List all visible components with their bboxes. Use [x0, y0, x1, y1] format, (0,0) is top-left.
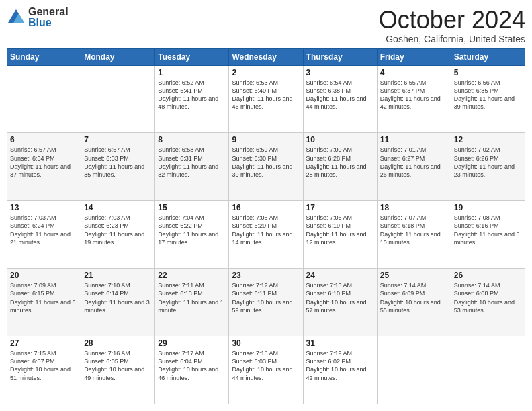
- cell-2-0: 13Sunrise: 7:03 AM Sunset: 6:24 PM Dayli…: [7, 201, 81, 269]
- week-row-2: 6Sunrise: 6:57 AM Sunset: 6:34 PM Daylig…: [7, 133, 525, 201]
- cell-0-4: 3Sunrise: 6:54 AM Sunset: 6:38 PM Daylig…: [303, 65, 377, 133]
- cell-2-2: 15Sunrise: 7:04 AM Sunset: 6:22 PM Dayli…: [155, 201, 229, 269]
- day-number: 4: [380, 68, 448, 77]
- cell-4-2: 29Sunrise: 7:17 AM Sunset: 6:04 PM Dayli…: [155, 336, 229, 404]
- day-number: 28: [84, 338, 152, 348]
- cell-0-3: 2Sunrise: 6:53 AM Sunset: 6:40 PM Daylig…: [229, 65, 303, 133]
- day-number: 21: [84, 271, 152, 280]
- day-number: 23: [232, 271, 300, 280]
- cell-content: Sunrise: 6:57 AM Sunset: 6:34 PM Dayligh…: [10, 146, 78, 179]
- cell-content: Sunrise: 6:53 AM Sunset: 6:40 PM Dayligh…: [232, 79, 300, 111]
- day-number: 9: [232, 135, 300, 144]
- day-number: 13: [10, 203, 78, 212]
- day-number: 20: [10, 271, 78, 280]
- day-number: 31: [306, 338, 374, 348]
- cell-content: Sunrise: 7:01 AM Sunset: 6:27 PM Dayligh…: [380, 146, 448, 179]
- cell-4-0: 27Sunrise: 7:15 AM Sunset: 6:07 PM Dayli…: [7, 336, 81, 404]
- cell-2-5: 18Sunrise: 7:07 AM Sunset: 6:18 PM Dayli…: [377, 201, 451, 269]
- cell-1-5: 11Sunrise: 7:01 AM Sunset: 6:27 PM Dayli…: [377, 133, 451, 201]
- cell-content: Sunrise: 7:00 AM Sunset: 6:28 PM Dayligh…: [306, 146, 374, 179]
- cell-content: Sunrise: 7:03 AM Sunset: 6:24 PM Dayligh…: [10, 214, 78, 246]
- cell-content: Sunrise: 7:17 AM Sunset: 6:04 PM Dayligh…: [158, 349, 226, 382]
- calendar-header-row: Sunday Monday Tuesday Wednesday Thursday…: [7, 48, 525, 65]
- col-sunday: Sunday: [7, 48, 81, 65]
- cell-content: Sunrise: 7:12 AM Sunset: 6:11 PM Dayligh…: [232, 281, 300, 314]
- cell-1-4: 10Sunrise: 7:00 AM Sunset: 6:28 PM Dayli…: [303, 133, 377, 201]
- cell-1-2: 8Sunrise: 6:58 AM Sunset: 6:31 PM Daylig…: [155, 133, 229, 201]
- day-number: 3: [306, 68, 374, 77]
- cell-content: Sunrise: 7:05 AM Sunset: 6:20 PM Dayligh…: [232, 214, 300, 246]
- day-number: 11: [380, 135, 448, 144]
- calendar-page: General Blue October 2024 Goshen, Califo…: [0, 0, 532, 411]
- col-tuesday: Tuesday: [155, 48, 229, 65]
- day-number: 15: [158, 203, 226, 212]
- calendar-table: Sunday Monday Tuesday Wednesday Thursday…: [7, 48, 525, 404]
- cell-2-6: 19Sunrise: 7:08 AM Sunset: 6:16 PM Dayli…: [451, 201, 525, 269]
- header: General Blue October 2024 Goshen, Califo…: [7, 7, 525, 44]
- day-number: 25: [380, 271, 448, 280]
- title-block: October 2024 Goshen, California, United …: [379, 7, 525, 44]
- cell-content: Sunrise: 7:19 AM Sunset: 6:02 PM Dayligh…: [306, 349, 374, 382]
- day-number: 10: [306, 135, 374, 144]
- cell-content: Sunrise: 7:14 AM Sunset: 6:08 PM Dayligh…: [454, 281, 522, 314]
- cell-content: Sunrise: 7:16 AM Sunset: 6:05 PM Dayligh…: [84, 349, 152, 382]
- cell-content: Sunrise: 6:58 AM Sunset: 6:31 PM Dayligh…: [158, 146, 226, 179]
- cell-0-1: [81, 65, 155, 133]
- cell-content: Sunrise: 6:56 AM Sunset: 6:35 PM Dayligh…: [454, 79, 522, 111]
- week-row-1: 1Sunrise: 6:52 AM Sunset: 6:41 PM Daylig…: [7, 65, 525, 133]
- day-number: 12: [454, 135, 522, 144]
- day-number: 6: [10, 135, 78, 144]
- cell-3-1: 21Sunrise: 7:10 AM Sunset: 6:14 PM Dayli…: [81, 269, 155, 336]
- day-number: 29: [158, 338, 226, 348]
- cell-content: Sunrise: 7:06 AM Sunset: 6:19 PM Dayligh…: [306, 214, 374, 246]
- cell-content: Sunrise: 7:14 AM Sunset: 6:09 PM Dayligh…: [380, 281, 448, 314]
- day-number: 26: [454, 271, 522, 280]
- day-number: 18: [380, 203, 448, 212]
- cell-0-2: 1Sunrise: 6:52 AM Sunset: 6:41 PM Daylig…: [155, 65, 229, 133]
- day-number: 1: [158, 68, 226, 77]
- cell-1-1: 7Sunrise: 6:57 AM Sunset: 6:33 PM Daylig…: [81, 133, 155, 201]
- cell-content: Sunrise: 7:11 AM Sunset: 6:13 PM Dayligh…: [158, 281, 226, 314]
- cell-3-5: 25Sunrise: 7:14 AM Sunset: 6:09 PM Dayli…: [377, 269, 451, 336]
- day-number: 7: [84, 135, 152, 144]
- cell-1-6: 12Sunrise: 7:02 AM Sunset: 6:26 PM Dayli…: [451, 133, 525, 201]
- day-number: 19: [454, 203, 522, 212]
- cell-content: Sunrise: 7:10 AM Sunset: 6:14 PM Dayligh…: [84, 281, 152, 314]
- cell-content: Sunrise: 7:03 AM Sunset: 6:23 PM Dayligh…: [84, 214, 152, 246]
- cell-1-3: 9Sunrise: 6:59 AM Sunset: 6:30 PM Daylig…: [229, 133, 303, 201]
- cell-0-6: 5Sunrise: 6:56 AM Sunset: 6:35 PM Daylig…: [451, 65, 525, 133]
- day-number: 17: [306, 203, 374, 212]
- cell-1-0: 6Sunrise: 6:57 AM Sunset: 6:34 PM Daylig…: [7, 133, 81, 201]
- week-row-4: 20Sunrise: 7:09 AM Sunset: 6:15 PM Dayli…: [7, 269, 525, 336]
- cell-4-5: [377, 336, 451, 404]
- day-number: 2: [232, 68, 300, 77]
- cell-content: Sunrise: 6:59 AM Sunset: 6:30 PM Dayligh…: [232, 146, 300, 179]
- day-number: 24: [306, 271, 374, 280]
- day-number: 27: [10, 338, 78, 348]
- cell-content: Sunrise: 7:13 AM Sunset: 6:10 PM Dayligh…: [306, 281, 374, 314]
- col-monday: Monday: [81, 48, 155, 65]
- logo-text: General Blue: [28, 7, 69, 28]
- location: Goshen, California, United States: [379, 34, 525, 44]
- cell-2-4: 17Sunrise: 7:06 AM Sunset: 6:19 PM Dayli…: [303, 201, 377, 269]
- cell-content: Sunrise: 7:04 AM Sunset: 6:22 PM Dayligh…: [158, 214, 226, 246]
- cell-0-5: 4Sunrise: 6:55 AM Sunset: 6:37 PM Daylig…: [377, 65, 451, 133]
- logo-blue: Blue: [28, 17, 69, 28]
- cell-3-0: 20Sunrise: 7:09 AM Sunset: 6:15 PM Dayli…: [7, 269, 81, 336]
- cell-content: Sunrise: 6:57 AM Sunset: 6:33 PM Dayligh…: [84, 146, 152, 179]
- cell-2-1: 14Sunrise: 7:03 AM Sunset: 6:23 PM Dayli…: [81, 201, 155, 269]
- cell-content: Sunrise: 6:52 AM Sunset: 6:41 PM Dayligh…: [158, 79, 226, 111]
- cell-4-6: [451, 336, 525, 404]
- cell-4-4: 31Sunrise: 7:19 AM Sunset: 6:02 PM Dayli…: [303, 336, 377, 404]
- day-number: 8: [158, 135, 226, 144]
- cell-3-6: 26Sunrise: 7:14 AM Sunset: 6:08 PM Dayli…: [451, 269, 525, 336]
- week-row-5: 27Sunrise: 7:15 AM Sunset: 6:07 PM Dayli…: [7, 336, 525, 404]
- col-thursday: Thursday: [303, 48, 377, 65]
- cell-content: Sunrise: 7:09 AM Sunset: 6:15 PM Dayligh…: [10, 281, 78, 314]
- month-title: October 2024: [379, 7, 525, 34]
- day-number: 22: [158, 271, 226, 280]
- cell-content: Sunrise: 7:07 AM Sunset: 6:18 PM Dayligh…: [380, 214, 448, 246]
- cell-0-0: [7, 65, 81, 133]
- logo-general: General: [28, 7, 69, 17]
- logo: General Blue: [7, 7, 69, 28]
